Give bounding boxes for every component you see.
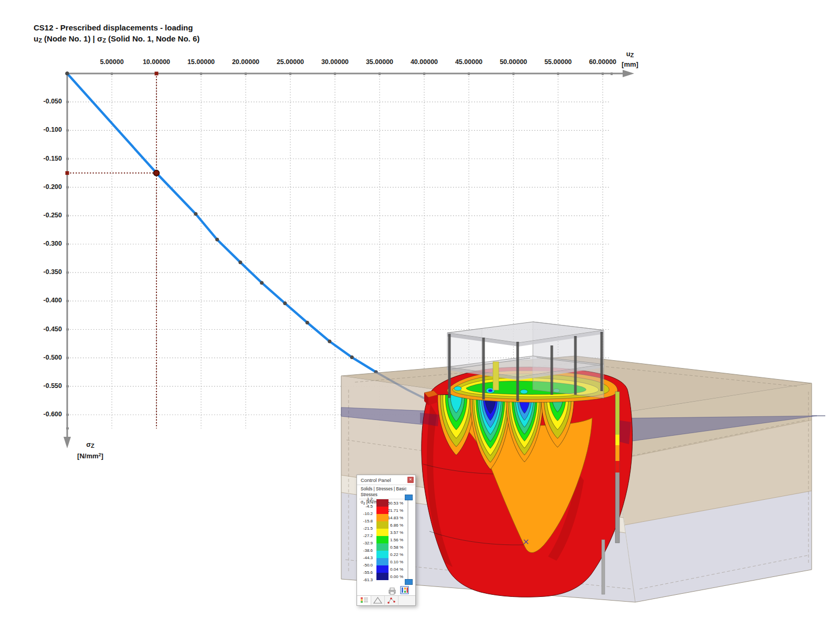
triangle-icon bbox=[371, 596, 384, 605]
legend-percentage: 0.22 % bbox=[382, 552, 403, 557]
legend-percentage: 21.71 % bbox=[382, 508, 403, 513]
x-axis-tick bbox=[512, 72, 514, 75]
x-tick-label: 50.00000 bbox=[491, 58, 536, 66]
legend-value: -27.2 bbox=[357, 533, 373, 538]
result-curve[interactable] bbox=[66, 72, 378, 374]
y-axis-tick bbox=[66, 186, 69, 188]
tab-display-options[interactable] bbox=[371, 596, 385, 605]
y-tick-label: -0.100 bbox=[25, 126, 62, 133]
chart-title-line2: uZ (Node No. 1) | σZ (Solid No. 1, Node … bbox=[34, 33, 200, 46]
legend-value: -55.6 bbox=[357, 570, 373, 575]
scale-slider-handle-top[interactable] bbox=[405, 495, 413, 500]
load-displacement-curve bbox=[67, 74, 376, 372]
y-tick-label: -0.250 bbox=[25, 212, 62, 219]
marked-data-point bbox=[154, 170, 160, 176]
legend-value: -10.2 bbox=[357, 511, 373, 516]
legend-value: -38.6 bbox=[357, 548, 373, 553]
legend-percentage: 0.00 % bbox=[382, 574, 403, 579]
legend-value: -15.8 bbox=[357, 519, 373, 523]
crosshair-y-axis-marker bbox=[66, 171, 69, 175]
x-axis-tick bbox=[111, 72, 113, 75]
nodes-graph-icon bbox=[385, 596, 398, 605]
curve-data-point bbox=[328, 340, 331, 343]
y-axis-unit-label: σZ [N/mm2] bbox=[66, 440, 114, 460]
probe-rod bbox=[602, 540, 605, 594]
curve-data-point bbox=[238, 260, 242, 264]
legend-value: -61.3 bbox=[357, 578, 373, 582]
y-tick-label: -0.050 bbox=[25, 98, 62, 105]
curve-data-point bbox=[66, 72, 69, 76]
legend-value: -32.9 bbox=[357, 541, 373, 545]
y-tick-label: -0.400 bbox=[25, 297, 62, 304]
legend-value: -21.5 bbox=[357, 526, 373, 531]
x-tick-label: 35.00000 bbox=[358, 58, 402, 66]
y-axis-tick bbox=[66, 215, 69, 217]
y-tick-label: -0.200 bbox=[25, 183, 62, 191]
y-axis-tick bbox=[66, 357, 69, 359]
control-panel-window[interactable]: Control Panel × Solids | Stresses | Basi… bbox=[356, 475, 416, 606]
x-axis-tick bbox=[468, 72, 470, 75]
legend-percentage: 1.56 % bbox=[382, 538, 403, 542]
legend-percentage: 0.10 % bbox=[382, 560, 403, 564]
x-tick-label: 40.00000 bbox=[402, 58, 446, 66]
x-axis-tick bbox=[334, 72, 336, 75]
chart-title-line1: CS12 - Prescribed displacements - loadin… bbox=[34, 22, 200, 33]
y-axis-tick bbox=[66, 385, 69, 387]
control-panel-tab-bar bbox=[357, 595, 415, 605]
legend-percentage: 3.57 % bbox=[382, 530, 403, 535]
y-tick-label: -0.350 bbox=[25, 268, 62, 276]
result-diagram-canvas[interactable] bbox=[0, 0, 840, 630]
curve-data-point bbox=[215, 238, 219, 242]
y-axis-tick bbox=[66, 243, 69, 245]
x-axis-unit-label: uZ [mm] bbox=[617, 49, 643, 69]
scale-slider-track[interactable] bbox=[407, 499, 408, 580]
y-tick-label: -0.450 bbox=[25, 326, 62, 333]
color-scale-icon bbox=[358, 596, 371, 605]
control-panel-icon bbox=[400, 586, 410, 595]
x-tick-label: 30.00000 bbox=[313, 58, 357, 66]
legend-value: -44.3 bbox=[357, 555, 373, 560]
x-axis-tick bbox=[602, 72, 604, 75]
rfem-result-workspace[interactable]: CS12 - Prescribed displacements - loadin… bbox=[0, 0, 840, 630]
crosshair-x-axis-marker bbox=[155, 72, 159, 76]
printer-icon bbox=[387, 587, 397, 595]
x-axis-tick bbox=[423, 72, 425, 75]
y-tick-label: -0.150 bbox=[25, 155, 62, 162]
x-axis-tick bbox=[200, 72, 202, 75]
curve-data-point bbox=[194, 212, 197, 216]
x-tick-label: 25.00000 bbox=[268, 58, 312, 66]
y-axis-tick bbox=[66, 300, 69, 302]
y-axis-tick bbox=[66, 414, 69, 416]
legend-value: -50.0 bbox=[357, 563, 373, 568]
curve-data-point bbox=[306, 321, 309, 324]
y-axis-tick bbox=[66, 427, 69, 429]
tab-color-scale[interactable] bbox=[358, 596, 371, 605]
x-axis-tick bbox=[289, 72, 291, 75]
curve-data-point bbox=[260, 281, 264, 285]
x-tick-label: 55.00000 bbox=[536, 58, 580, 66]
panel-settings-button[interactable] bbox=[400, 586, 410, 594]
y-axis-tick bbox=[66, 101, 69, 103]
tab-result-values[interactable] bbox=[385, 596, 398, 605]
x-tick-label: 15.00000 bbox=[179, 58, 223, 66]
legend-percentage: 50.53 % bbox=[382, 501, 403, 506]
y-axis-tick bbox=[66, 158, 69, 160]
y-axis-tick bbox=[66, 271, 69, 274]
legend-value: -4.5 bbox=[357, 504, 373, 509]
y-axis-tick bbox=[66, 329, 69, 331]
x-axis-tick bbox=[557, 72, 559, 75]
x-axis-arrow-icon bbox=[623, 70, 634, 77]
x-tick-label: 5.00000 bbox=[90, 58, 134, 66]
curve-data-point bbox=[350, 355, 354, 359]
curve-data-point bbox=[283, 301, 287, 305]
y-tick-label: -0.600 bbox=[25, 411, 62, 418]
x-tick-label: 45.00000 bbox=[447, 58, 491, 66]
scale-slider-handle-bottom[interactable] bbox=[405, 579, 413, 585]
chart-title: CS12 - Prescribed displacements - loadin… bbox=[34, 22, 200, 46]
y-tick-label: -0.550 bbox=[25, 382, 62, 390]
x-axis-tick bbox=[611, 72, 613, 75]
x-axis-tick bbox=[379, 72, 381, 75]
legend-percentage: 14.83 % bbox=[382, 516, 403, 520]
panel-options-button[interactable] bbox=[387, 587, 397, 595]
legend-value: 1.2 bbox=[357, 497, 373, 501]
